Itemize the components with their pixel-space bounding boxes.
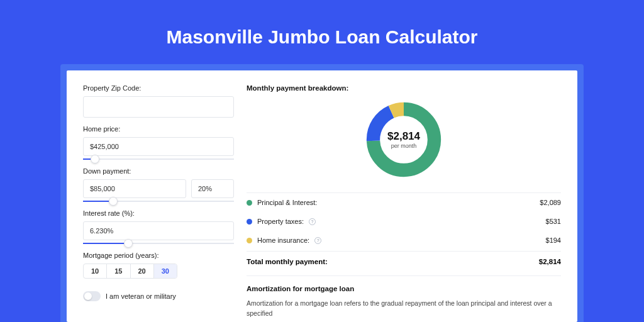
legend-label: Principal & Interest: bbox=[257, 199, 317, 206]
down-payment-label: Down payment: bbox=[83, 167, 234, 175]
donut-wrap: $2,814 per month bbox=[247, 94, 561, 191]
interest-label: Interest rate (%): bbox=[83, 209, 234, 217]
period-pill-30[interactable]: 30 bbox=[154, 264, 177, 278]
legend-value: $194 bbox=[546, 236, 561, 244]
period-pills: 10 15 20 30 bbox=[83, 264, 177, 279]
calculator-card: Property Zip Code: Home price: Down paym… bbox=[67, 70, 577, 322]
loan-form: Property Zip Code: Home price: Down paym… bbox=[83, 84, 234, 322]
legend-row-principal: Principal & Interest: $2,089 bbox=[247, 193, 561, 212]
info-icon[interactable]: ? bbox=[314, 237, 321, 244]
donut-chart: $2,814 per month bbox=[364, 99, 444, 180]
total-row: Total monthly payment: $2,814 bbox=[247, 251, 561, 272]
home-price-slider-thumb[interactable] bbox=[91, 155, 99, 164]
field-zip: Property Zip Code: bbox=[83, 84, 234, 118]
veteran-row: I am veteran or military bbox=[83, 291, 234, 301]
legend-label: Property taxes: bbox=[257, 218, 304, 225]
breakdown-title: Monthly payment breakdown: bbox=[247, 84, 561, 92]
down-payment-pct-input[interactable] bbox=[191, 179, 234, 198]
donut-center: $2,814 per month bbox=[364, 99, 444, 180]
amortization-text: Amortization for a mortgage loan refers … bbox=[247, 299, 561, 319]
page-title: Masonville Jumbo Loan Calculator bbox=[0, 0, 644, 64]
home-price-slider[interactable] bbox=[83, 158, 234, 160]
field-home-price: Home price: bbox=[83, 125, 234, 160]
legend-value: $531 bbox=[546, 218, 561, 225]
toggle-dot bbox=[84, 292, 92, 300]
field-period: Mortgage period (years): 10 15 20 30 bbox=[83, 252, 234, 279]
info-icon[interactable]: ? bbox=[309, 218, 316, 225]
field-down-payment: Down payment: bbox=[83, 167, 234, 202]
period-label: Mortgage period (years): bbox=[83, 252, 234, 259]
dot-icon bbox=[247, 200, 252, 206]
down-payment-slider[interactable] bbox=[83, 201, 234, 202]
interest-input[interactable] bbox=[83, 221, 234, 240]
total-value: $2,814 bbox=[539, 258, 561, 265]
zip-input[interactable] bbox=[83, 96, 234, 118]
breakdown-panel: Monthly payment breakdown: $2,814 per mo… bbox=[247, 84, 561, 322]
amortization-title: Amortization for mortgage loan bbox=[247, 285, 561, 292]
period-pill-15[interactable]: 15 bbox=[107, 264, 130, 278]
dot-icon bbox=[247, 219, 252, 225]
total-label: Total monthly payment: bbox=[247, 258, 328, 265]
period-pill-20[interactable]: 20 bbox=[131, 264, 154, 278]
dot-icon bbox=[247, 238, 252, 243]
amortization-block: Amortization for mortgage loan Amortizat… bbox=[247, 275, 561, 319]
interest-slider-thumb[interactable] bbox=[124, 239, 133, 248]
field-interest: Interest rate (%): bbox=[83, 209, 234, 244]
donut-amount: $2,814 bbox=[387, 130, 420, 143]
down-payment-slider-thumb[interactable] bbox=[109, 197, 118, 206]
home-price-label: Home price: bbox=[83, 125, 234, 133]
period-pill-10[interactable]: 10 bbox=[84, 264, 107, 278]
legend-value: $2,089 bbox=[540, 199, 561, 206]
legend-row-taxes: Property taxes: ? $531 bbox=[247, 212, 561, 231]
veteran-toggle[interactable] bbox=[83, 291, 101, 301]
legend-label: Home insurance: bbox=[257, 236, 309, 244]
donut-sub: per month bbox=[391, 143, 417, 149]
home-price-input[interactable] bbox=[83, 137, 234, 156]
legend-row-insurance: Home insurance: ? $194 bbox=[247, 231, 561, 250]
down-payment-input[interactable] bbox=[83, 179, 186, 198]
interest-slider[interactable] bbox=[83, 243, 234, 244]
veteran-label: I am veteran or military bbox=[106, 292, 176, 300]
zip-label: Property Zip Code: bbox=[83, 84, 234, 92]
calculator-outer: Property Zip Code: Home price: Down paym… bbox=[60, 64, 584, 322]
